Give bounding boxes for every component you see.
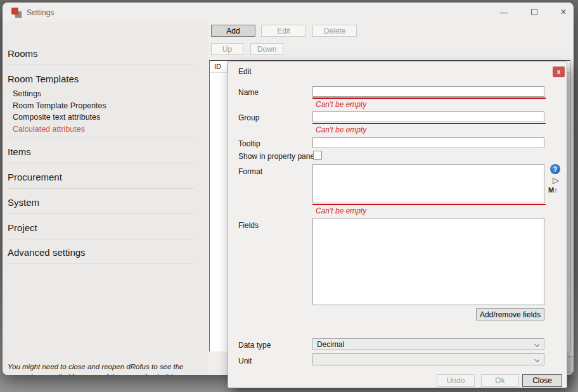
chevron-down-icon xyxy=(534,357,539,362)
help-icon[interactable]: ? xyxy=(550,164,560,174)
fields-list[interactable] xyxy=(312,218,544,305)
name-label: Name xyxy=(238,88,259,97)
format-label: Format xyxy=(238,167,262,176)
format-error-text: Can't be empty xyxy=(316,206,366,215)
unit-label: Unit xyxy=(238,357,252,365)
sidebar-item-project[interactable]: Project xyxy=(8,222,37,233)
tooltip-label: Tooltip xyxy=(238,139,260,148)
name-error-text: Can't be empty xyxy=(316,100,366,109)
run-format-icon[interactable]: ▷ xyxy=(553,175,559,185)
close-button[interactable]: Close xyxy=(522,374,562,387)
separator xyxy=(6,188,194,189)
dialog-title: Edit xyxy=(238,67,252,76)
add-button[interactable]: Add xyxy=(211,25,255,37)
restart-note: You might need to close and reopen dRofu… xyxy=(8,362,191,375)
sidebar-item-composite-text-attributes[interactable]: Composite text attributes xyxy=(13,113,100,122)
close-icon: × xyxy=(560,6,566,18)
up-button[interactable]: Up xyxy=(211,43,243,55)
group-label: Group xyxy=(238,113,259,122)
delete-button[interactable]: Delete xyxy=(312,25,357,37)
drofus-logo-icon xyxy=(11,8,22,18)
separator xyxy=(6,163,194,163)
minimize-icon: — xyxy=(500,8,508,17)
data-type-label: Data type xyxy=(238,341,271,350)
down-button[interactable]: Down xyxy=(250,43,283,55)
question-mark-glyph: ? xyxy=(553,165,558,173)
group-error-underline xyxy=(312,123,546,124)
sidebar-item-rooms[interactable]: Rooms xyxy=(8,48,38,59)
dialog-close-button[interactable]: x xyxy=(553,66,565,77)
fields-label: Fields xyxy=(238,221,259,230)
separator xyxy=(6,213,194,214)
name-field[interactable] xyxy=(312,86,544,97)
unit-select[interactable] xyxy=(312,353,544,365)
show-in-property-pane-label: Show in property pane xyxy=(238,152,314,161)
add-remove-fields-button[interactable]: Add/remove fields xyxy=(476,308,544,320)
sidebar-item-room-templates[interactable]: Room Templates xyxy=(8,73,79,84)
screen: Settings — × Rooms Room Templates Settin… xyxy=(0,0,578,392)
sidebar-item-system[interactable]: System xyxy=(8,197,39,208)
group-error-text: Can't be empty xyxy=(316,125,366,134)
edit-button[interactable]: Edit xyxy=(261,25,306,37)
sidebar-item-rt-settings[interactable]: Settings xyxy=(13,89,41,98)
column-header-id[interactable]: ID xyxy=(214,63,221,70)
format-error-underline xyxy=(312,204,546,205)
sidebar-item-calculated-attributes[interactable]: Calculated attributes xyxy=(13,125,85,134)
multiline-icon[interactable]: M↑ xyxy=(548,186,558,194)
show-in-property-pane-checkbox[interactable] xyxy=(313,151,322,160)
separator xyxy=(6,137,194,137)
maximize-icon xyxy=(531,9,537,15)
ok-button[interactable]: Ok xyxy=(481,374,519,387)
chevron-down-icon xyxy=(534,342,539,347)
separator xyxy=(6,239,194,239)
titlebar: Settings — × xyxy=(3,3,574,22)
name-error-underline xyxy=(312,98,546,99)
close-x-icon: x xyxy=(557,68,561,75)
sidebar-item-advanced-settings[interactable]: Advanced settings xyxy=(8,247,86,258)
logo-red-square xyxy=(11,8,18,15)
data-type-value: Decimal xyxy=(317,340,344,349)
separator xyxy=(6,263,194,264)
sidebar-item-items[interactable]: Items xyxy=(8,146,31,157)
undo-button[interactable]: Undo xyxy=(437,374,475,387)
group-field[interactable] xyxy=(312,111,544,122)
edit-dialog: Edit x Name Can't be empty Group Can't b… xyxy=(228,61,567,388)
separator xyxy=(6,65,194,65)
maximize-button[interactable] xyxy=(522,3,546,22)
window-title: Settings xyxy=(27,8,54,17)
settings-sidebar: Rooms Room Templates Settings Room Templ… xyxy=(3,22,208,375)
format-field[interactable] xyxy=(312,164,544,203)
tooltip-field[interactable] xyxy=(312,137,544,148)
data-type-select[interactable]: Decimal xyxy=(312,338,544,350)
minimize-button[interactable]: — xyxy=(492,3,516,22)
window-close-button[interactable]: × xyxy=(551,3,574,22)
sidebar-item-procurement[interactable]: Procurement xyxy=(8,172,62,182)
sidebar-item-rt-properties[interactable]: Room Template Properites xyxy=(13,101,106,110)
